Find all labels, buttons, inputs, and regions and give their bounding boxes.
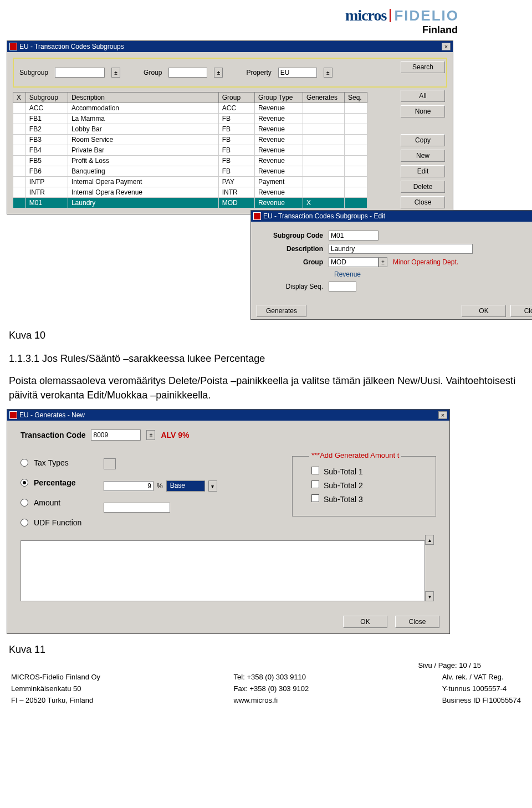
all-button[interactable]: All [401,90,445,102]
close-icon[interactable]: × [442,43,451,50]
ok-button[interactable]: OK [462,305,506,317]
scroll-up-icon[interactable]: ▴ [425,535,434,545]
app-icon [253,212,261,220]
displayseq-input[interactable] [329,282,356,292]
cell-seq [344,198,367,208]
window-generates: EU - Generates - New × Transaction Code … [7,409,450,634]
subgroup-input[interactable] [55,68,105,78]
cell-desc: Laundry [68,198,218,208]
cell-grp: PAY [218,177,254,187]
subgroup-code-label: Subgroup Code [257,232,329,239]
page-footer: Sivu / Page: 10 / 15 MICROS-Fidelio Finl… [7,661,525,706]
group-input[interactable] [168,68,207,78]
cell-gt: Revenue [254,187,303,198]
tax-picker[interactable] [104,458,116,469]
property-input[interactable] [278,68,317,78]
tcode-input[interactable] [91,429,141,441]
udf-textarea[interactable] [21,540,425,601]
table-row[interactable]: INTRInternal Opera RevenueINTRRevenue [13,187,367,198]
radio-amount[interactable] [21,499,28,507]
cell-x [13,166,26,177]
radio-amount-label: Amount [34,498,60,507]
col-group[interactable]: Group [218,93,254,103]
percent-sign: % [157,482,163,490]
edit-button[interactable]: Edit [401,165,445,177]
subgroup-dropdown-icon[interactable]: ± [111,68,120,78]
scroll-down-icon[interactable]: ▾ [425,591,434,601]
group-dropdown-icon[interactable]: ± [214,68,223,78]
subgroup-code-input[interactable] [329,231,378,241]
col-description[interactable]: Description [68,93,218,103]
cell-gen [303,145,344,156]
col-seq[interactable]: Seq. [344,93,367,103]
cell-gt: Revenue [254,103,303,114]
subtotal2-checkbox[interactable] [311,480,319,488]
table-row[interactable]: INTPInternal Opera PaymentPAYPayment [13,177,367,187]
close-button[interactable]: Close [395,616,439,628]
table-row[interactable]: FB4Private BarFBRevenue [13,145,367,156]
button-column: Search All None Copy New Edit Delete Clo… [401,61,445,208]
table-row[interactable]: FB5Profit & LossFBRevenue [13,156,367,166]
cell-gen: X [303,198,344,208]
add-generated-box: ***Add Generated Amount t Sub-Total 1 Su… [292,456,436,516]
cell-gt: Revenue [254,124,303,135]
col-grouptype[interactable]: Group Type [254,93,303,103]
table-row[interactable]: ACCAccommodationACCRevenue [13,103,367,114]
app-icon [9,411,17,419]
close-button[interactable]: Close [401,196,445,208]
cell-gt: Revenue [254,198,303,208]
cell-grp: ACC [218,103,254,114]
group-subhint: Revenue [334,270,532,278]
document-text: 1.1.3.1 Jos Rules/Sääntö –sarakkeessa lu… [9,351,523,402]
copy-button[interactable]: Copy [401,134,445,146]
description-input[interactable] [329,244,473,254]
cell-grp: FB [218,135,254,145]
ok-button[interactable]: OK [343,616,387,628]
radio-tax[interactable] [21,459,28,467]
cell-desc: Room Service [68,135,218,145]
table-row[interactable]: FB3Room ServiceFBRevenue [13,135,367,145]
col-generates[interactable]: Generates [303,93,344,103]
radio-tax-label: Tax Types [34,458,69,467]
table-row[interactable]: FB2Lobby BarFBRevenue [13,124,367,135]
cell-sub: FB2 [25,124,68,135]
cell-gen [303,166,344,177]
table-row[interactable]: FB6BanquetingFBRevenue [13,166,367,177]
subtotal3-checkbox[interactable] [311,494,319,502]
cell-seq [344,145,367,156]
none-button[interactable]: None [401,105,445,117]
property-dropdown-icon[interactable]: ± [324,68,332,78]
subtotal1-checkbox[interactable] [311,467,319,474]
subtotal2-label: Sub-Total 2 [324,481,363,490]
group-input[interactable] [329,257,378,267]
base-dropdown-icon[interactable]: ▾ [208,480,217,492]
window-subgroups: EU - Transaction Codes Subgroups × Subgr… [7,40,453,214]
cell-sub: M01 [25,198,68,208]
figure-caption-10: Kuva 10 [9,330,525,341]
radio-udf[interactable] [21,519,28,526]
tcode-label: Transaction Code [21,431,85,439]
tcode-dropdown-icon[interactable]: ± [146,430,155,440]
percentage-input[interactable] [104,481,154,491]
base-select[interactable]: Base [166,480,205,492]
brand-micros: micros [345,7,386,24]
cell-gen [303,156,344,166]
search-button[interactable]: Search [401,61,445,73]
delete-button[interactable]: Delete [401,181,445,193]
titlebar-edit: EU - Transaction Codes Subgroups - Edit … [251,211,532,222]
close-icon[interactable]: × [438,411,447,419]
radio-percentage[interactable] [21,479,28,487]
group-dropdown-icon[interactable]: ± [378,257,387,267]
table-row[interactable]: FB1La MammaFBRevenue [13,114,367,124]
amount-input[interactable] [104,503,170,513]
col-subgroup[interactable]: Subgroup [25,93,68,103]
col-x[interactable]: X [13,93,26,103]
cell-desc: Profit & Loss [68,156,218,166]
table-row[interactable]: M01LaundryMODRevenueX [13,198,367,208]
generates-button[interactable]: Generates [257,305,306,317]
tcode-hint: ALV 9% [161,431,189,439]
close-button[interactable]: Close [510,305,532,317]
cell-gen [303,177,344,187]
cell-sub: ACC [25,103,68,114]
new-button[interactable]: New [401,150,445,162]
